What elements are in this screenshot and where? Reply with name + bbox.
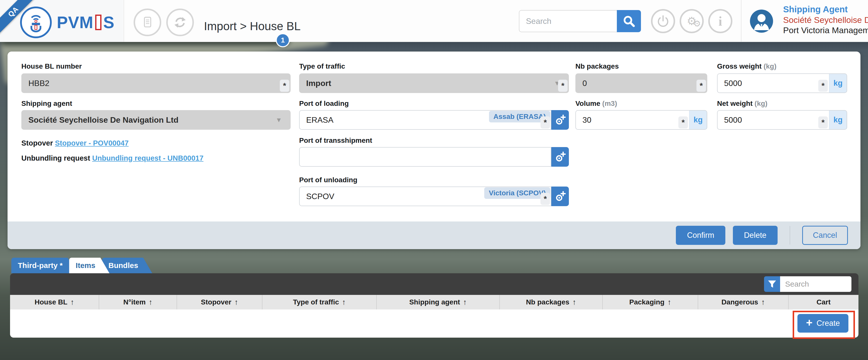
notification-badge: 1	[276, 33, 290, 47]
house-bl-number-label: House BL number	[21, 62, 82, 71]
port-of-loading-label: Port of loading	[299, 100, 349, 108]
locate-add-icon	[554, 113, 566, 127]
sort-up-icon: ↑	[234, 298, 238, 306]
net-weight-input[interactable]	[717, 110, 829, 130]
required-marker: *	[558, 80, 568, 92]
table-search-input[interactable]	[780, 276, 851, 292]
filter-button[interactable]	[764, 276, 780, 292]
create-button[interactable]: + Create	[798, 314, 848, 333]
port-of-unloading-lookup-button[interactable]	[551, 187, 569, 206]
column-header-cart: Cart	[788, 295, 859, 309]
kg-unit-addon: kg	[689, 110, 707, 130]
table-toolbar	[10, 273, 859, 295]
locate-add-icon	[554, 149, 566, 164]
info-icon-button[interactable]: i	[708, 9, 733, 33]
port-of-unloading-label: Port of unloading	[299, 176, 358, 184]
table-body-empty: + Create	[10, 309, 859, 338]
sort-up-icon: ↑	[761, 298, 765, 306]
required-marker: *	[280, 80, 289, 92]
net-weight-group: * kg	[717, 110, 847, 130]
brand-text-pvm: PVM	[57, 13, 93, 32]
settings-icon-button[interactable]: ⚙⚙	[680, 9, 704, 33]
table-filter	[764, 276, 851, 292]
stopover-label: Stopover	[21, 139, 53, 147]
port-of-loading-group: Assab (ERASA) *	[299, 110, 569, 130]
user-info[interactable]: Shipping Agent Société Seychelloise De P…	[783, 4, 868, 36]
required-marker: *	[818, 116, 828, 129]
shipping-agent-select: Société Seychelloise De Navigation Ltd ▼	[21, 110, 290, 130]
locate-add-icon	[554, 189, 566, 204]
kg-unit-addon: kg	[829, 74, 847, 93]
port-of-transshipment-lookup-button[interactable]	[551, 147, 569, 167]
global-search	[519, 10, 641, 32]
required-marker: *	[696, 80, 706, 92]
required-marker: *	[540, 116, 550, 129]
user-company: Société Seychelloise De	[783, 15, 868, 25]
pvmis-logo-icon	[20, 6, 52, 38]
search-icon	[622, 14, 636, 28]
sort-up-icon: ↑	[463, 298, 467, 306]
refresh-icon-button[interactable]	[166, 8, 194, 36]
sort-up-icon: ↑	[572, 298, 576, 306]
sort-up-icon: ↑	[668, 298, 671, 306]
port-of-transshipment-label: Port of transshipment	[299, 137, 372, 144]
volume-input[interactable]	[576, 110, 689, 130]
net-weight-label: Net weight (kg)	[717, 100, 768, 108]
cancel-button[interactable]: Cancel	[802, 226, 848, 245]
tab-bundles[interactable]: Bundles	[102, 258, 152, 273]
pvmis-app: QA PVM S	[0, 0, 868, 360]
type-of-traffic-label: Type of traffic	[299, 62, 345, 71]
refresh-icon	[172, 14, 188, 31]
user-role: Shipping Agent	[783, 4, 868, 15]
nb-packages-input: 0 *	[576, 74, 707, 93]
tab-third-party[interactable]: Third-party *	[11, 258, 76, 273]
type-of-traffic-select: Import ▼ *	[299, 74, 569, 93]
unbundling-request-line: Unbundling request Unbundling request - …	[21, 154, 204, 162]
confirm-button[interactable]: Confirm	[676, 226, 725, 245]
column-header-stopover[interactable]: Stopover↑	[177, 295, 262, 309]
header-divider	[124, 0, 124, 42]
house-bl-number-input: HBB2 *	[21, 74, 290, 93]
chevron-down-icon: ▼	[276, 116, 282, 124]
delete-button[interactable]: Delete	[733, 226, 778, 245]
form-actions-bar: Confirm Delete Cancel	[7, 221, 861, 249]
info-icon: i	[719, 14, 722, 29]
pvmis-logo[interactable]: PVM S	[20, 6, 115, 38]
nb-packages-label: Nb packages	[576, 62, 619, 71]
brand-text-s: S	[103, 13, 115, 32]
global-search-input[interactable]	[519, 10, 617, 32]
gross-weight-input[interactable]	[717, 74, 829, 93]
user-avatar[interactable]	[750, 9, 773, 33]
logout-icon-button[interactable]	[651, 9, 675, 33]
column-header-nb-packages[interactable]: Nb packages↑	[500, 295, 603, 309]
stopover-link[interactable]: Stopover - POV00047	[55, 139, 129, 147]
column-header-house-bl[interactable]: House BL↑	[10, 295, 99, 309]
column-header-n-item[interactable]: N°item↑	[99, 295, 177, 309]
required-marker: *	[540, 193, 550, 205]
volume-label: Volume (m3)	[576, 100, 617, 108]
brand-letter-i	[95, 15, 101, 30]
items-table-card: House BL↑ N°item↑ Stopover↑ Type of traf…	[10, 273, 859, 338]
port-of-loading-lookup-button[interactable]	[551, 110, 569, 130]
unbundling-request-link[interactable]: Unbundling request - UNB00017	[92, 154, 204, 162]
shipping-agent-label: Shipping agent	[21, 100, 72, 108]
port-of-unloading-group: Victoria (SCPOV) *	[299, 187, 569, 206]
column-header-shipping-agent[interactable]: Shipping agent↑	[377, 295, 500, 309]
kg-unit-addon: kg	[829, 110, 847, 130]
column-header-packaging[interactable]: Packaging↑	[603, 295, 698, 309]
sort-up-icon: ↑	[342, 298, 346, 306]
global-search-button[interactable]	[617, 10, 641, 32]
user-organization: Port Victoria Managem	[783, 25, 868, 35]
sort-up-icon: ↑	[70, 298, 74, 306]
column-header-type-of-traffic[interactable]: Type of traffic↑	[262, 295, 377, 309]
sort-up-icon: ↑	[149, 298, 152, 306]
port-of-transshipment-input[interactable]	[299, 147, 551, 167]
port-of-transshipment-group	[299, 147, 569, 167]
actions-divider	[789, 226, 790, 245]
unbundling-request-label: Unbundling request	[21, 154, 90, 162]
stopover-line: Stopover Stopover - POV00047	[21, 139, 129, 147]
top-header: QA PVM S	[0, 0, 868, 42]
column-header-dangerous[interactable]: Dangerous↑	[698, 295, 788, 309]
documents-icon-button[interactable]: 1	[134, 8, 161, 36]
house-bl-form-panel: House BL number HBB2 * Type of traffic I…	[7, 52, 861, 249]
